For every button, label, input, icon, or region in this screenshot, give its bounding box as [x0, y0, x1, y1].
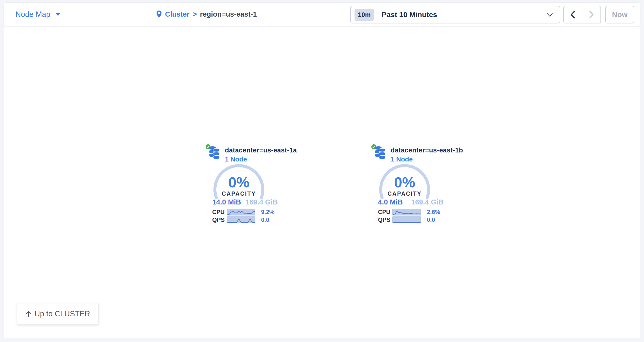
database-stack-icon [209, 146, 220, 160]
breadcrumb: Cluster > region=us-east-1 [156, 3, 257, 26]
qps-label: QPS [212, 216, 227, 223]
top-bar: Node Map Cluster > region=us-east-1 10m … [4, 2, 640, 26]
up-to-cluster-button[interactable]: Up to CLUSTER [17, 303, 98, 325]
capacity-used: 14.0 MiB [212, 198, 241, 206]
capacity-label: CAPACITY [378, 191, 432, 197]
cpu-value: 2.6% [421, 209, 440, 215]
time-window-dropdown[interactable]: 10m Past 10 Minutes [350, 6, 560, 23]
database-stack-icon [375, 146, 386, 160]
qps-label: QPS [378, 216, 392, 223]
top-bar-divider [340, 3, 340, 26]
datacenter-title: datacenter=us-east-1a [225, 147, 297, 154]
capacity-label: CAPACITY [212, 191, 266, 197]
chevron-right-icon [588, 10, 594, 19]
node-map-canvas: datacenter=us-east-1a 1 Node 0% CAPACITY… [4, 27, 640, 338]
datacenter-card-us-east-1a[interactable]: datacenter=us-east-1a 1 Node 0% CAPACITY… [205, 144, 278, 225]
step-back-button[interactable] [564, 6, 582, 23]
qps-sparkline [227, 216, 255, 223]
cpu-row: CPU 9.2% [212, 208, 274, 215]
capacity-percent: 0% [212, 174, 266, 191]
cpu-sparkline [392, 209, 421, 215]
view-selector-dropdown[interactable]: Node Map [16, 3, 61, 26]
time-window-label: Past 10 Minutes [382, 10, 437, 19]
chevron-down-icon [547, 13, 553, 17]
datacenter-title: datacenter=us-east-1b [391, 147, 463, 154]
arrow-up-icon [26, 311, 32, 317]
cpu-value: 9.2% [255, 209, 274, 215]
up-to-cluster-label: Up to CLUSTER [34, 310, 90, 318]
now-button[interactable]: Now [605, 6, 634, 23]
datacenter-header: datacenter=us-east-1b 1 Node [391, 147, 463, 163]
caret-down-icon [55, 13, 61, 16]
step-forward-button[interactable] [582, 6, 601, 23]
qps-sparkline [392, 216, 421, 223]
capacity-used: 4.0 MiB [378, 198, 403, 206]
stats-rows: CPU 9.2% QPS 0.0 [212, 208, 274, 224]
breadcrumb-separator: > [193, 10, 197, 18]
view-selector-label: Node Map [16, 10, 50, 19]
qps-row: QPS 0.0 [378, 216, 440, 223]
capacity-total: 169.4 GiB [411, 198, 444, 206]
cpu-sparkline [227, 209, 255, 215]
qps-value: 0.0 [421, 216, 440, 223]
datacenter-header: datacenter=us-east-1a 1 Node [225, 147, 297, 163]
capacity-total: 169.4 GiB [246, 198, 278, 206]
cpu-label: CPU [378, 209, 392, 215]
node-count: 1 Node [225, 156, 297, 163]
cpu-row: CPU 2.6% [378, 208, 440, 215]
cpu-label: CPU [212, 209, 227, 215]
capacity-percent: 0% [378, 174, 432, 191]
breadcrumb-current: region=us-east-1 [200, 10, 257, 18]
datacenter-card-us-east-1b[interactable]: datacenter=us-east-1b 1 Node 0% CAPACITY… [371, 144, 444, 225]
stats-rows: CPU 2.6% QPS 0.0 [378, 208, 440, 224]
time-window-badge: 10m [354, 9, 374, 21]
node-count: 1 Node [391, 156, 463, 163]
capacity-values: 14.0 MiB 169.4 GiB [211, 198, 278, 206]
time-step-buttons [563, 6, 601, 23]
map-pin-icon [156, 10, 162, 18]
breadcrumb-cluster-link[interactable]: Cluster [165, 10, 190, 18]
qps-value: 0.0 [255, 216, 274, 223]
capacity-values: 4.0 MiB 169.4 GiB [376, 198, 444, 206]
chevron-left-icon [570, 10, 576, 19]
qps-row: QPS 0.0 [212, 216, 274, 223]
